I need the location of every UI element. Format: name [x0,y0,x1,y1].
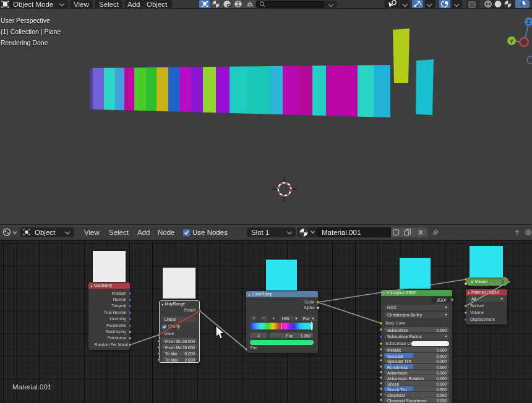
svg-text:Y: Y [510,38,513,45]
svg-text:Z: Z [527,19,531,25]
